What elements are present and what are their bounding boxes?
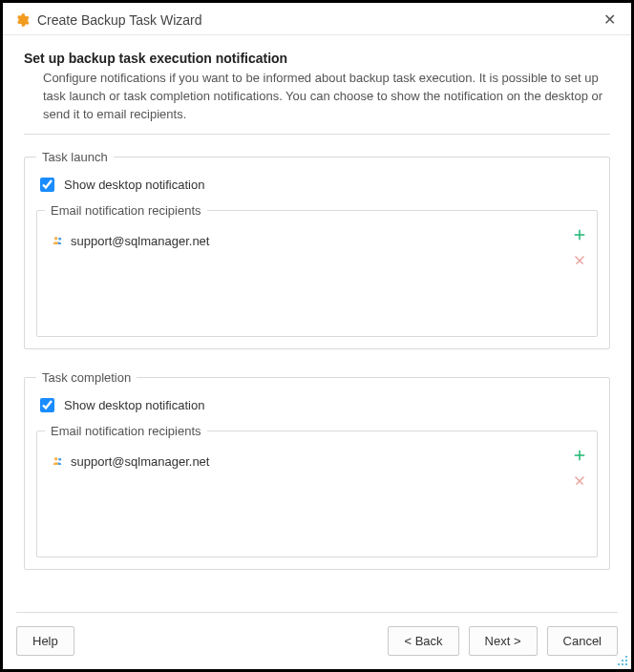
svg-point-0 — [54, 237, 58, 241]
svg-point-9 — [625, 663, 627, 665]
completion-show-desktop-checkbox[interactable] — [40, 398, 54, 412]
add-recipient-button[interactable] — [570, 225, 589, 244]
svg-point-5 — [622, 660, 623, 662]
divider — [24, 134, 610, 135]
svg-point-8 — [622, 663, 623, 665]
svg-point-3 — [58, 458, 61, 461]
resize-grip-icon — [617, 655, 628, 666]
page-description: Configure notifications if you want to b… — [43, 70, 610, 124]
people-icon — [52, 454, 65, 468]
cancel-button[interactable]: Cancel — [547, 626, 618, 656]
completion-show-desktop-label[interactable]: Show desktop notification — [64, 398, 204, 412]
svg-point-1 — [58, 238, 61, 241]
task-completion-group: Task completion Show desktop notificatio… — [24, 370, 610, 570]
launch-show-desktop-checkbox[interactable] — [40, 178, 54, 192]
list-item[interactable]: support@sqlmanager.net — [50, 452, 560, 471]
people-icon — [52, 234, 65, 247]
list-item[interactable]: support@sqlmanager.net — [50, 232, 560, 250]
wizard-content: Set up backup task execution notificatio… — [3, 35, 631, 570]
remove-recipient-button[interactable] — [570, 250, 589, 269]
remove-recipient-button[interactable] — [570, 471, 589, 490]
svg-point-6 — [625, 660, 627, 662]
gear-icon — [14, 12, 30, 28]
divider — [16, 612, 618, 613]
launch-show-desktop-label[interactable]: Show desktop notification — [64, 178, 204, 192]
next-button[interactable]: Next > — [469, 626, 538, 656]
back-button[interactable]: < Back — [388, 626, 458, 656]
wizard-footer: Help < Back Next > Cancel — [16, 612, 618, 656]
recipient-email: support@sqlmanager.net — [71, 454, 209, 469]
completion-recipients-legend: Email notification recipients — [45, 424, 207, 438]
launch-recipients-list[interactable]: support@sqlmanager.net — [45, 225, 564, 328]
launch-recipients-legend: Email notification recipients — [45, 203, 207, 218]
completion-recipients-group: Email notification recipients support@sq… — [36, 424, 598, 557]
launch-recipients-group: Email notification recipients support@sq… — [36, 203, 598, 337]
close-icon[interactable]: ✕ — [600, 10, 620, 29]
add-recipient-button[interactable] — [570, 446, 589, 465]
svg-point-2 — [54, 457, 58, 461]
titlebar: Create Backup Task Wizard ✕ — [3, 3, 631, 35]
svg-point-4 — [625, 656, 627, 658]
completion-recipients-list[interactable]: support@sqlmanager.net — [45, 446, 564, 549]
task-completion-legend: Task completion — [36, 370, 137, 385]
window-title: Create Backup Task Wizard — [37, 12, 600, 28]
recipient-email: support@sqlmanager.net — [71, 234, 209, 248]
help-button[interactable]: Help — [16, 626, 74, 656]
task-launch-legend: Task launch — [36, 150, 114, 164]
page-heading: Set up backup task execution notificatio… — [24, 51, 610, 66]
task-launch-group: Task launch Show desktop notification Em… — [24, 150, 610, 349]
svg-point-7 — [618, 663, 620, 665]
